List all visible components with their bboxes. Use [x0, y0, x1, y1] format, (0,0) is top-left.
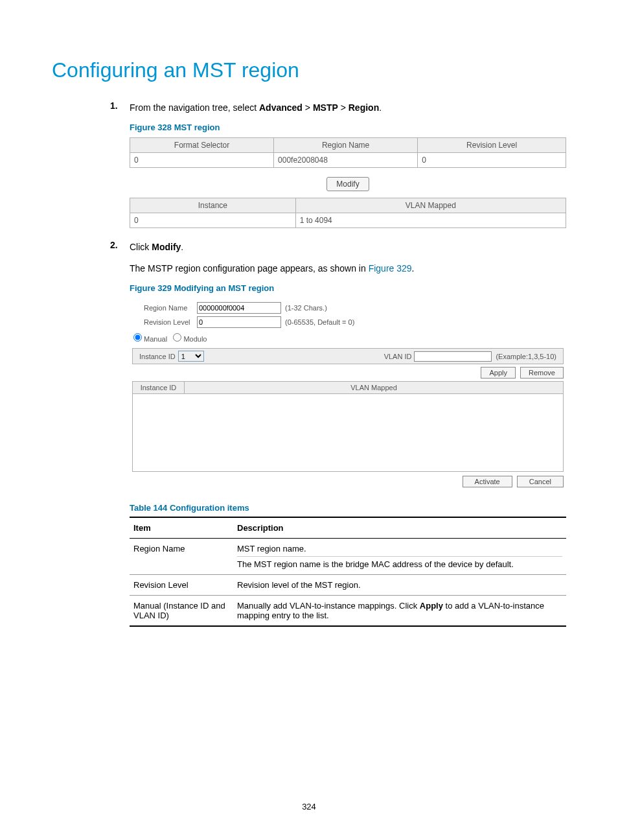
text: From the navigation tree, select — [130, 102, 259, 113]
cell-instance: 0 — [130, 213, 296, 228]
item-revision-level: Revision Level — [130, 575, 233, 596]
figure-link[interactable]: Figure 329 — [369, 263, 412, 274]
breadcrumb: Advanced — [259, 102, 303, 113]
radio-label: Modulo — [183, 335, 207, 343]
vlan-id-hint: (Example:1,3,5-10) — [496, 353, 556, 360]
region-name-hint: (1-32 Chars.) — [285, 304, 327, 312]
page-title: Configuring an MST region — [52, 58, 566, 82]
desc-region-name: MST region name. The MST region name is … — [233, 539, 566, 575]
col-revision-level: Revision Level — [418, 138, 566, 153]
instance-id-select[interactable]: 1 — [178, 351, 204, 362]
col-instance-id: Instance ID — [133, 382, 185, 394]
vlan-id-label: VLAN ID — [384, 353, 412, 360]
item-manual: Manual (Instance ID and VLAN ID) — [130, 596, 233, 627]
step-2-text-2: The MSTP region configuration page appea… — [130, 261, 566, 275]
item-region-name: Region Name — [130, 539, 233, 575]
figure-329-caption: Figure 329 Modifying an MST region — [130, 283, 566, 293]
step-2: 2. Click Modify. The MSTP region configu… — [110, 240, 566, 627]
mapping-table-body — [133, 394, 564, 472]
col-vlan-mapped: VLAN Mapped — [295, 198, 566, 213]
step-1-text: From the navigation tree, select Advance… — [130, 100, 566, 115]
revision-level-hint: (0-65535, Default = 0) — [285, 318, 354, 326]
text-bold: Modify — [152, 242, 181, 252]
col-region-name: Region Name — [274, 138, 418, 153]
text: . — [412, 263, 415, 274]
text: . — [181, 242, 183, 252]
page-number: 324 — [52, 802, 566, 811]
text: > — [303, 102, 313, 113]
step-number: 1. — [110, 100, 130, 228]
mapping-table: Instance ID VLAN Mapped — [132, 381, 564, 472]
cell-region-name: 000fe2008048 — [274, 153, 418, 168]
col-item: Item — [130, 517, 233, 539]
col-instance: Instance — [130, 198, 296, 213]
mode-radios: Manual Modulo — [133, 333, 564, 343]
figure-329: Region Name (1-32 Chars.) Revision Level… — [130, 298, 566, 491]
text: . — [379, 102, 382, 113]
config-items-table: Item Description Region Name MST region … — [130, 517, 566, 627]
figure-328-caption: Figure 328 MST region — [130, 122, 566, 132]
col-format-selector: Format Selector — [130, 138, 274, 153]
desc-revision-level: Revision level of the MST region. — [233, 575, 566, 596]
step-1: 1. From the navigation tree, select Adva… — [110, 100, 566, 228]
cancel-button[interactable]: Cancel — [517, 476, 564, 487]
revision-level-label: Revision Level — [132, 318, 197, 326]
radio-label: Manual — [144, 335, 167, 343]
text: MST region name. — [237, 544, 562, 554]
cell-format-selector: 0 — [130, 153, 274, 168]
step-2-text: Click Modify. — [130, 240, 566, 254]
text-bold: Apply — [420, 601, 443, 611]
table-144-caption: Table 144 Configuration items — [130, 503, 566, 513]
vlan-id-input[interactable] — [414, 351, 492, 362]
region-name-input[interactable] — [197, 302, 281, 314]
revision-level-input[interactable] — [197, 316, 281, 328]
instance-id-label: Instance ID — [139, 353, 176, 360]
manual-radio[interactable]: Manual — [133, 335, 167, 343]
text: Manually add VLAN-to-instance mappings. … — [237, 601, 420, 611]
cell-vlan-mapped: 1 to 4094 — [295, 213, 566, 228]
region-summary-table: Format Selector Region Name Revision Lev… — [130, 137, 566, 168]
breadcrumb: MSTP — [313, 102, 338, 113]
figure-328: Format Selector Region Name Revision Lev… — [130, 137, 566, 228]
modulo-radio[interactable]: Modulo — [173, 335, 207, 343]
instance-entry-row: Instance ID 1 VLAN ID (Example:1,3,5-10) — [132, 348, 564, 364]
col-description: Description — [233, 517, 566, 539]
text: > — [338, 102, 349, 113]
activate-button[interactable]: Activate — [463, 476, 512, 487]
remove-button[interactable]: Remove — [520, 367, 564, 379]
cell-revision-level: 0 — [418, 153, 566, 168]
breadcrumb: Region — [349, 102, 379, 113]
region-name-label: Region Name — [132, 304, 197, 312]
col-vlan-mapped: VLAN Mapped — [185, 382, 564, 394]
desc-manual: Manually add VLAN-to-instance mappings. … — [233, 596, 566, 627]
apply-button[interactable]: Apply — [481, 367, 516, 379]
text: The MSTP region configuration page appea… — [130, 263, 369, 274]
text: Click — [130, 242, 152, 252]
step-number: 2. — [110, 240, 130, 627]
text: The MST region name is the bridge MAC ad… — [237, 556, 562, 569]
instance-summary-table: Instance VLAN Mapped 0 1 to 4094 — [130, 198, 566, 228]
modify-button[interactable]: Modify — [326, 177, 369, 191]
